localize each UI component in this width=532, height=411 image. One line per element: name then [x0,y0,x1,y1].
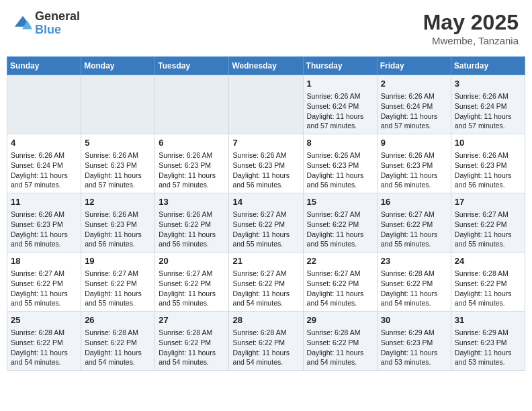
day-info: Sunset: 6:22 PM [159,279,225,289]
header-day-saturday: Saturday [451,57,525,75]
day-info: Daylight: 11 hours [11,348,77,358]
logo-icon [13,14,32,33]
day-info: and 55 minutes. [381,239,447,249]
day-info: Sunrise: 6:26 AM [381,91,447,101]
day-info: and 56 minutes. [85,239,151,249]
calendar-cell [81,75,155,134]
day-info: Sunset: 6:24 PM [11,161,77,171]
day-info: Sunrise: 6:26 AM [85,210,151,220]
day-info: and 53 minutes. [455,357,521,367]
day-info: Sunset: 6:23 PM [232,161,299,171]
day-info: Sunrise: 6:28 AM [455,269,521,279]
calendar-cell: 16Sunrise: 6:27 AMSunset: 6:22 PMDayligh… [377,193,451,253]
day-info: Sunrise: 6:29 AM [381,328,447,338]
day-info: Sunrise: 6:27 AM [307,210,373,220]
day-number: 11 [11,196,77,208]
day-info: Sunrise: 6:27 AM [11,269,77,279]
day-number: 14 [232,196,299,208]
day-info: Sunrise: 6:27 AM [455,210,521,220]
day-info: Sunset: 6:24 PM [455,101,521,111]
day-number: 27 [159,314,225,326]
day-info: and 56 minutes. [381,180,447,190]
day-info: Sunrise: 6:26 AM [381,150,447,161]
week-row-1: 1Sunrise: 6:26 AMSunset: 6:24 PMDaylight… [7,75,525,134]
day-number: 19 [85,255,151,267]
day-info: Sunset: 6:24 PM [307,101,373,111]
day-info: Sunrise: 6:26 AM [11,210,77,220]
day-info: Sunrise: 6:27 AM [159,269,225,279]
day-info: and 56 minutes. [307,180,373,190]
day-info: Sunrise: 6:26 AM [85,150,151,161]
day-info: and 57 minutes. [307,121,373,131]
day-number: 23 [381,255,447,267]
day-info: Daylight: 11 hours [307,230,373,240]
day-info: and 56 minutes. [232,180,299,190]
day-info: Sunset: 6:22 PM [232,338,299,348]
day-info: and 54 minutes. [11,357,77,367]
day-info: Sunset: 6:23 PM [307,161,373,171]
day-info: Daylight: 11 hours [455,111,521,122]
day-info: and 55 minutes. [232,239,299,249]
calendar-cell: 18Sunrise: 6:27 AMSunset: 6:22 PMDayligh… [7,253,81,312]
day-info: and 57 minutes. [159,180,225,190]
day-info: Daylight: 11 hours [85,171,151,181]
day-number: 22 [307,255,373,267]
day-info: Daylight: 11 hours [381,111,447,122]
day-info: Daylight: 11 hours [381,289,447,299]
day-info: Daylight: 11 hours [11,289,77,299]
day-info: Sunset: 6:23 PM [381,161,447,171]
day-info: Sunrise: 6:27 AM [232,210,299,220]
calendar-body: 1Sunrise: 6:26 AMSunset: 6:24 PMDaylight… [7,75,525,371]
header-day-thursday: Thursday [303,57,377,75]
day-info: Daylight: 11 hours [307,171,373,181]
day-info: Sunrise: 6:26 AM [455,91,521,101]
calendar-cell: 13Sunrise: 6:26 AMSunset: 6:22 PMDayligh… [155,193,229,253]
day-number: 26 [85,314,151,326]
day-number: 31 [455,314,521,326]
day-info: Daylight: 11 hours [455,230,521,240]
day-number: 8 [307,137,373,149]
day-info: Sunrise: 6:28 AM [85,328,151,338]
day-info: and 54 minutes. [307,298,373,308]
week-row-2: 4Sunrise: 6:26 AMSunset: 6:24 PMDaylight… [7,134,525,193]
week-row-3: 11Sunrise: 6:26 AMSunset: 6:23 PMDayligh… [7,193,525,253]
header-day-monday: Monday [81,57,155,75]
calendar-cell: 7Sunrise: 6:26 AMSunset: 6:23 PMDaylight… [229,134,303,193]
day-number: 9 [381,137,447,149]
title-block: May 2025 Mwembe, Tanzania [423,10,519,46]
day-info: Daylight: 11 hours [85,230,151,240]
calendar-cell: 12Sunrise: 6:26 AMSunset: 6:23 PMDayligh… [81,193,155,253]
day-info: and 54 minutes. [159,357,225,367]
day-number: 6 [159,137,225,149]
calendar-cell: 20Sunrise: 6:27 AMSunset: 6:22 PMDayligh… [155,253,229,312]
calendar-cell [229,75,303,134]
day-info: Daylight: 11 hours [455,289,521,299]
day-info: Daylight: 11 hours [85,348,151,358]
day-info: Daylight: 11 hours [159,171,225,181]
calendar-cell: 27Sunrise: 6:28 AMSunset: 6:22 PMDayligh… [155,312,229,371]
calendar-cell: 30Sunrise: 6:29 AMSunset: 6:23 PMDayligh… [377,312,451,371]
day-number: 2 [381,78,447,90]
calendar-cell: 6Sunrise: 6:26 AMSunset: 6:23 PMDaylight… [155,134,229,193]
day-info: Daylight: 11 hours [159,289,225,299]
header-day-wednesday: Wednesday [229,57,303,75]
day-info: and 54 minutes. [85,357,151,367]
day-info: Daylight: 11 hours [11,230,77,240]
logo: General Blue [13,10,80,37]
header-day-friday: Friday [377,57,451,75]
calendar-cell: 3Sunrise: 6:26 AMSunset: 6:24 PMDaylight… [451,75,525,134]
day-info: Sunrise: 6:27 AM [307,269,373,279]
calendar-cell: 24Sunrise: 6:28 AMSunset: 6:22 PMDayligh… [451,253,525,312]
calendar-cell: 28Sunrise: 6:28 AMSunset: 6:22 PMDayligh… [229,312,303,371]
day-info: Sunrise: 6:29 AM [455,328,521,338]
day-info: Sunrise: 6:26 AM [159,210,225,220]
day-info: Daylight: 11 hours [232,171,299,181]
day-info: and 57 minutes. [11,180,77,190]
day-info: Sunrise: 6:26 AM [159,150,225,161]
day-info: Daylight: 11 hours [232,348,299,358]
day-number: 28 [232,314,299,326]
day-info: Daylight: 11 hours [455,171,521,181]
day-number: 5 [85,137,151,149]
day-info: Daylight: 11 hours [159,348,225,358]
day-info: and 56 minutes. [455,180,521,190]
